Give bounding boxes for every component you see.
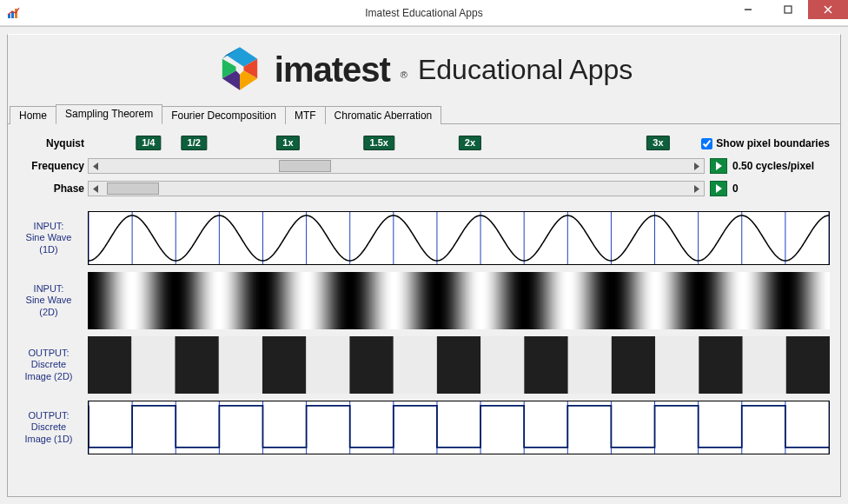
input-1d-plot [88, 211, 830, 265]
svg-rect-892 [480, 336, 525, 394]
input-2d-label: INPUT:Sine Wave(2D) [11, 283, 88, 318]
phase-go-button[interactable] [710, 181, 727, 196]
tab-home[interactable]: Home [10, 106, 56, 124]
phase-thumb[interactable] [107, 182, 159, 195]
output-1d-row: OUTPUT:DiscreteImage (1D) [11, 401, 830, 454]
nyquist-mark[interactable]: 1.5x [363, 136, 394, 150]
tab-chromatic-aberration[interactable]: Chromatic Aberration [325, 106, 442, 124]
phase-slider-wrap [88, 181, 727, 196]
main-panel: imatest ® Educational Apps HomeSampling … [7, 34, 841, 497]
output-2d-row: OUTPUT:DiscreteImage (2D) [11, 336, 830, 394]
svg-rect-881 [829, 272, 830, 329]
svg-rect-896 [655, 336, 699, 394]
tab-mtf[interactable]: MTF [285, 106, 326, 124]
show-boundaries-input[interactable] [701, 138, 712, 149]
svg-rect-888 [306, 336, 350, 394]
controls-area: Nyquist 1/41/21x1.5x2x3x Show pixel boun… [8, 124, 840, 199]
svg-rect-890 [394, 336, 438, 394]
scroll-left-icon[interactable] [89, 182, 103, 196]
frequency-slider[interactable] [88, 158, 705, 174]
titlebar: Imatest Educational Apps [0, 0, 848, 26]
svg-rect-898 [743, 336, 787, 394]
output-2d-label: OUTPUT:DiscreteImage (2D) [11, 348, 88, 382]
nyquist-row: Nyquist 1/41/21x1.5x2x3x Show pixel boun… [11, 133, 830, 154]
window-title: Imatest Educational Apps [0, 7, 848, 19]
window-controls [728, 0, 848, 19]
nyquist-mark[interactable]: 3x [646, 136, 669, 150]
svg-rect-4 [785, 6, 792, 13]
brand-subtitle: Educational Apps [418, 54, 633, 86]
scroll-left-icon[interactable] [89, 159, 103, 173]
tab-fourier-decomposition[interactable]: Fourier Decomposition [162, 106, 286, 124]
nyquist-label: Nyquist [11, 137, 88, 149]
app-icon [7, 6, 21, 20]
maximize-button[interactable] [768, 0, 808, 19]
frequency-readout: 0.50 cycles/pixel [727, 160, 830, 172]
frequency-thumb[interactable] [279, 160, 331, 172]
phase-readout: 0 [727, 182, 830, 195]
scroll-right-icon[interactable] [689, 159, 704, 173]
svg-rect-887 [262, 336, 307, 394]
output-1d-label: OUTPUT:DiscreteImage (1D) [11, 410, 88, 445]
frequency-slider-wrap [88, 158, 727, 174]
phase-slider[interactable] [88, 181, 705, 196]
svg-rect-895 [612, 336, 656, 394]
frequency-label: Frequency [11, 160, 88, 172]
frequency-go-button[interactable] [710, 158, 727, 174]
phase-row: Phase 0 [11, 178, 830, 199]
output-1d-plot [88, 401, 830, 454]
input-2d-row: INPUT:Sine Wave(2D) [11, 272, 830, 329]
plots-area: INPUT:Sine Wave(1D) INPUT:Sine Wave(2D) … [8, 201, 840, 458]
input-2d-plot [88, 272, 830, 329]
svg-rect-893 [524, 336, 568, 394]
close-button[interactable] [808, 0, 848, 19]
show-boundaries-label: Show pixel boundaries [716, 137, 830, 149]
svg-rect-899 [786, 336, 830, 394]
input-1d-row: INPUT:Sine Wave(1D) [11, 211, 830, 265]
minimize-button[interactable] [728, 0, 768, 19]
nyquist-mark[interactable]: 1/2 [182, 136, 207, 150]
show-boundaries-checkbox[interactable]: Show pixel boundaries [694, 137, 830, 149]
nyquist-mark[interactable]: 1x [276, 136, 299, 150]
svg-rect-884 [131, 336, 176, 394]
svg-rect-889 [349, 336, 394, 394]
frequency-row: Frequency 0.50 cycles/ [11, 156, 830, 176]
brand-name: imatest [275, 50, 390, 90]
tab-sampling-theorem[interactable]: Sampling Theorem [56, 104, 162, 124]
svg-rect-885 [175, 336, 219, 394]
svg-rect-897 [699, 336, 743, 394]
nyquist-mark[interactable]: 2x [459, 136, 481, 150]
nyquist-mark[interactable]: 1/4 [136, 136, 161, 150]
output-2d-plot [88, 336, 830, 394]
client-area: imatest ® Educational Apps HomeSampling … [0, 26, 848, 504]
svg-rect-891 [437, 336, 481, 394]
svg-rect-883 [88, 336, 132, 394]
svg-rect-886 [219, 336, 263, 394]
registered-icon: ® [401, 70, 407, 80]
header: imatest ® Educational Apps [8, 35, 840, 104]
svg-rect-894 [568, 336, 613, 394]
phase-label: Phase [11, 182, 88, 195]
scroll-right-icon[interactable] [689, 182, 704, 196]
logo-icon [215, 44, 264, 96]
tab-bar: HomeSampling TheoremFourier Decompositio… [8, 103, 840, 124]
input-1d-label: INPUT:Sine Wave(1D) [11, 221, 88, 255]
nyquist-marks: 1/41/21x1.5x2x3x [88, 134, 694, 153]
